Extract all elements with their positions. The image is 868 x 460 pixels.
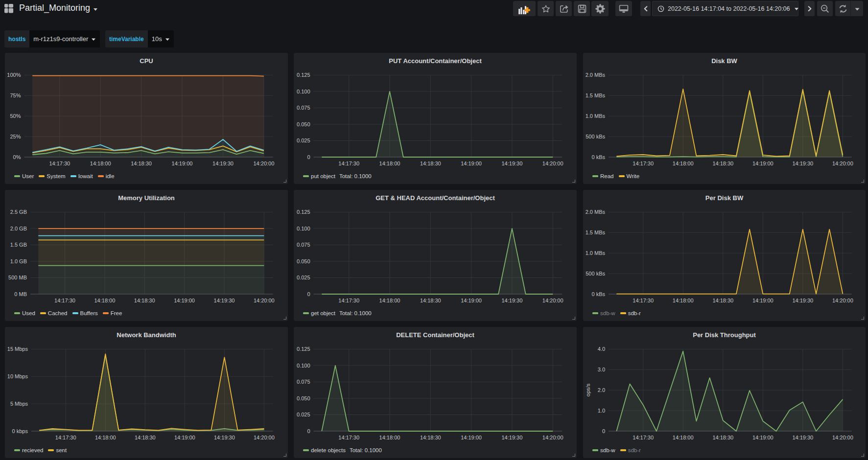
svg-text:14:19:00: 14:19:00 bbox=[752, 298, 774, 303]
svg-text:14:20:00: 14:20:00 bbox=[542, 161, 563, 166]
svg-text:0.125: 0.125 bbox=[297, 209, 310, 215]
svg-text:ops/s: ops/s bbox=[585, 383, 591, 396]
svg-text:14:19:30: 14:19:30 bbox=[212, 161, 234, 166]
svg-text:0%: 0% bbox=[13, 154, 21, 160]
svg-text:14:20:00: 14:20:00 bbox=[253, 161, 274, 166]
svg-text:2.0 GB: 2.0 GB bbox=[10, 226, 27, 231]
svg-text:1.5 MBs: 1.5 MBs bbox=[586, 92, 606, 98]
svg-text:50%: 50% bbox=[10, 113, 21, 119]
svg-text:500 kBs: 500 kBs bbox=[586, 134, 605, 139]
svg-text:14:19:30: 14:19:30 bbox=[214, 298, 235, 303]
svg-text:14:17:30: 14:17:30 bbox=[49, 161, 70, 166]
svg-text:14:17:30: 14:17:30 bbox=[338, 435, 359, 440]
svg-text:14:18:30: 14:18:30 bbox=[420, 161, 441, 166]
svg-text:1.0: 1.0 bbox=[598, 408, 605, 414]
svg-text:0.050: 0.050 bbox=[297, 395, 310, 401]
svg-text:0: 0 bbox=[307, 291, 310, 297]
svg-text:2.0: 2.0 bbox=[598, 387, 605, 393]
svg-text:14:19:00: 14:19:00 bbox=[174, 435, 195, 440]
svg-text:500 kBs: 500 kBs bbox=[586, 271, 605, 276]
svg-text:14:20:00: 14:20:00 bbox=[832, 298, 853, 303]
svg-text:0.025: 0.025 bbox=[297, 412, 310, 417]
svg-text:4.0: 4.0 bbox=[598, 346, 605, 352]
svg-text:14:18:30: 14:18:30 bbox=[131, 161, 152, 166]
svg-text:14:20:00: 14:20:00 bbox=[254, 435, 275, 440]
svg-text:14:20:00: 14:20:00 bbox=[542, 435, 563, 440]
svg-text:0 kBs: 0 kBs bbox=[591, 291, 605, 297]
svg-text:0: 0 bbox=[307, 428, 310, 434]
svg-text:14:18:30: 14:18:30 bbox=[712, 161, 733, 166]
svg-text:14:17:30: 14:17:30 bbox=[55, 435, 76, 440]
svg-text:0.100: 0.100 bbox=[297, 363, 310, 368]
svg-text:0.125: 0.125 bbox=[297, 72, 310, 78]
svg-text:0.075: 0.075 bbox=[297, 105, 310, 111]
svg-text:14:19:30: 14:19:30 bbox=[501, 161, 522, 166]
svg-text:500 MB: 500 MB bbox=[8, 275, 27, 280]
svg-text:0.025: 0.025 bbox=[297, 275, 310, 280]
svg-text:14:20:00: 14:20:00 bbox=[832, 435, 853, 440]
svg-text:0 kbps: 0 kbps bbox=[12, 428, 28, 434]
svg-text:1.5 MBs: 1.5 MBs bbox=[586, 230, 606, 235]
svg-text:14:17:30: 14:17:30 bbox=[338, 298, 359, 303]
svg-text:14:18:30: 14:18:30 bbox=[420, 435, 441, 440]
svg-text:25%: 25% bbox=[10, 134, 21, 139]
svg-text:0 MB: 0 MB bbox=[14, 291, 27, 297]
svg-text:14:19:00: 14:19:00 bbox=[461, 161, 482, 166]
svg-text:14:18:00: 14:18:00 bbox=[673, 161, 694, 166]
svg-text:0.100: 0.100 bbox=[297, 226, 310, 231]
svg-text:14:17:30: 14:17:30 bbox=[633, 298, 654, 303]
svg-text:15 Mbps: 15 Mbps bbox=[7, 346, 28, 352]
svg-text:1.0 MBs: 1.0 MBs bbox=[586, 113, 606, 119]
svg-text:0 kBs: 0 kBs bbox=[591, 154, 605, 160]
svg-text:0: 0 bbox=[602, 428, 605, 434]
svg-text:14:18:30: 14:18:30 bbox=[134, 298, 155, 303]
svg-text:14:19:00: 14:19:00 bbox=[752, 435, 774, 440]
svg-text:14:18:00: 14:18:00 bbox=[379, 435, 400, 440]
svg-text:0.100: 0.100 bbox=[297, 89, 310, 94]
svg-text:14:18:30: 14:18:30 bbox=[712, 435, 733, 440]
svg-text:14:19:30: 14:19:30 bbox=[792, 435, 813, 440]
svg-text:14:19:00: 14:19:00 bbox=[174, 298, 195, 303]
svg-text:10 Mbps: 10 Mbps bbox=[7, 373, 28, 379]
svg-text:14:18:00: 14:18:00 bbox=[379, 298, 400, 303]
svg-text:14:19:00: 14:19:00 bbox=[752, 161, 774, 166]
svg-text:14:19:00: 14:19:00 bbox=[461, 298, 482, 303]
svg-text:14:17:30: 14:17:30 bbox=[54, 298, 75, 303]
svg-text:1.0 MBs: 1.0 MBs bbox=[586, 250, 606, 256]
svg-text:1.0 GB: 1.0 GB bbox=[10, 258, 27, 264]
svg-text:14:18:00: 14:18:00 bbox=[94, 298, 115, 303]
svg-text:14:18:30: 14:18:30 bbox=[135, 435, 156, 440]
svg-text:0.075: 0.075 bbox=[297, 242, 310, 248]
svg-text:14:18:30: 14:18:30 bbox=[420, 298, 441, 303]
svg-text:14:20:00: 14:20:00 bbox=[254, 298, 275, 303]
svg-text:14:20:00: 14:20:00 bbox=[542, 298, 563, 303]
svg-text:0.025: 0.025 bbox=[297, 138, 310, 143]
svg-text:2.0 MBs: 2.0 MBs bbox=[586, 72, 606, 78]
svg-text:0.075: 0.075 bbox=[297, 379, 310, 385]
svg-text:0: 0 bbox=[307, 154, 310, 160]
svg-text:0.050: 0.050 bbox=[297, 121, 310, 127]
svg-text:14:18:30: 14:18:30 bbox=[712, 298, 733, 303]
svg-text:14:17:30: 14:17:30 bbox=[338, 161, 359, 166]
svg-text:75%: 75% bbox=[10, 92, 21, 98]
svg-text:14:17:30: 14:17:30 bbox=[633, 161, 654, 166]
svg-text:0.125: 0.125 bbox=[297, 346, 310, 352]
svg-text:14:19:30: 14:19:30 bbox=[501, 298, 522, 303]
svg-text:14:18:00: 14:18:00 bbox=[379, 161, 400, 166]
svg-text:3.0: 3.0 bbox=[598, 367, 605, 372]
svg-text:14:18:00: 14:18:00 bbox=[90, 161, 111, 166]
svg-text:100%: 100% bbox=[7, 72, 21, 78]
svg-text:14:20:00: 14:20:00 bbox=[832, 161, 853, 166]
svg-text:14:19:30: 14:19:30 bbox=[792, 161, 813, 166]
svg-text:14:19:30: 14:19:30 bbox=[501, 435, 522, 440]
svg-text:0.050: 0.050 bbox=[297, 258, 310, 264]
svg-text:5 Mbps: 5 Mbps bbox=[10, 401, 28, 407]
svg-text:14:19:00: 14:19:00 bbox=[172, 161, 193, 166]
svg-text:14:19:30: 14:19:30 bbox=[214, 435, 235, 440]
svg-text:1.5 GB: 1.5 GB bbox=[10, 242, 27, 248]
svg-text:14:19:30: 14:19:30 bbox=[792, 298, 813, 303]
svg-text:14:18:00: 14:18:00 bbox=[673, 435, 694, 440]
svg-text:2.5 GB: 2.5 GB bbox=[10, 209, 27, 215]
svg-text:14:18:00: 14:18:00 bbox=[673, 298, 694, 303]
svg-text:14:17:30: 14:17:30 bbox=[633, 435, 654, 440]
